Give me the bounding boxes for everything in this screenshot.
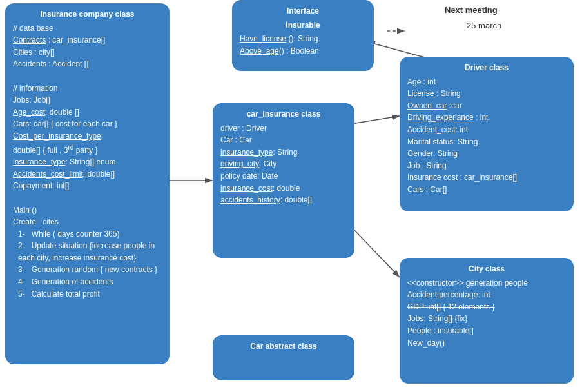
insurable-subtitle: Insurable <box>240 19 366 32</box>
driver-class-title: Driver class <box>407 62 566 74</box>
city-class-title: City class <box>407 263 566 275</box>
next-meeting-label: Next meeting <box>445 5 498 15</box>
insurance-company-content: // data base Contracts : car_insurance[]… <box>13 23 162 300</box>
insurance-company-title: Insurance company class <box>13 8 162 21</box>
city-class-box: City class <<constructor>> generation pe… <box>400 258 574 384</box>
car-abstract-title: Car abstract class <box>220 340 347 353</box>
interface-title: Interface <box>240 5 366 17</box>
car-abstract-box: Car abstract class <box>213 335 354 380</box>
insurance-company-box: Insurance company class // data base Con… <box>5 3 170 364</box>
interface-box: Interface Insurable Have_license (): Str… <box>232 0 374 71</box>
car-insurance-title: car_insurance class <box>220 108 347 121</box>
date-label: 25 march <box>467 21 501 30</box>
driver-class-box: Driver class Age : int License : String … <box>400 57 574 211</box>
car-insurance-box: car_insurance class driver : Driver Car … <box>213 103 354 258</box>
